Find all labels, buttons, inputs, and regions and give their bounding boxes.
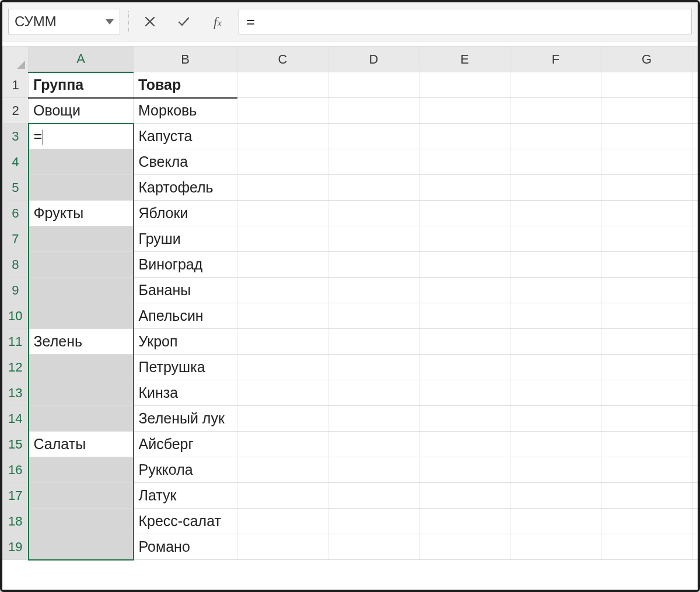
enter-button[interactable] xyxy=(171,9,197,34)
cell-H9[interactable] xyxy=(692,278,698,303)
cell-B13[interactable]: Кинза xyxy=(134,380,237,406)
cell-H7[interactable] xyxy=(692,226,698,252)
column-header-C[interactable]: C xyxy=(237,47,328,72)
cell-H12[interactable] xyxy=(692,355,698,380)
column-header-G[interactable]: G xyxy=(601,47,692,72)
cell-F8[interactable] xyxy=(510,252,601,278)
cell-E3[interactable] xyxy=(419,124,510,149)
cell-E5[interactable] xyxy=(419,175,510,201)
cell-E2[interactable] xyxy=(419,98,510,124)
cell-C1[interactable] xyxy=(237,72,328,98)
spreadsheet-grid[interactable]: A B C D E F G H 1ГруппаТовар2ОвощиМорков… xyxy=(2,46,698,561)
cell-G15[interactable] xyxy=(601,432,692,457)
cell-G18[interactable] xyxy=(601,509,692,534)
cell-D6[interactable] xyxy=(328,201,419,226)
cell-D12[interactable] xyxy=(328,355,419,380)
row-header-16[interactable]: 16 xyxy=(3,457,29,483)
cell-H6[interactable] xyxy=(692,201,698,226)
cell-B10[interactable]: Апельсин xyxy=(134,303,237,329)
row-header-15[interactable]: 15 xyxy=(3,432,29,457)
column-header-B[interactable]: B xyxy=(134,47,237,72)
row-header-11[interactable]: 11 xyxy=(3,329,29,355)
cell-G7[interactable] xyxy=(601,226,692,252)
cell-C9[interactable] xyxy=(237,278,328,303)
cell-C5[interactable] xyxy=(237,175,328,201)
cell-C14[interactable] xyxy=(237,406,328,432)
cell-H3[interactable] xyxy=(692,124,698,149)
cell-E19[interactable] xyxy=(419,534,510,560)
cell-C19[interactable] xyxy=(237,534,328,560)
cell-G8[interactable] xyxy=(601,252,692,278)
row-header-5[interactable]: 5 xyxy=(3,175,29,201)
cell-B18[interactable]: Кресс-салат xyxy=(134,509,237,534)
cell-B2[interactable]: Морковь xyxy=(134,98,237,124)
cell-H13[interactable] xyxy=(692,380,698,406)
cell-F1[interactable] xyxy=(510,72,601,98)
row-header-3[interactable]: 3 xyxy=(3,124,29,149)
cell-D7[interactable] xyxy=(328,226,419,252)
cell-C7[interactable] xyxy=(237,226,328,252)
cell-E11[interactable] xyxy=(419,329,510,355)
cell-E8[interactable] xyxy=(419,252,510,278)
cell-G11[interactable] xyxy=(601,329,692,355)
cell-D13[interactable] xyxy=(328,380,419,406)
cell-D11[interactable] xyxy=(328,329,419,355)
cell-G13[interactable] xyxy=(601,380,692,406)
cell-H15[interactable] xyxy=(692,432,698,457)
cell-G10[interactable] xyxy=(601,303,692,329)
cell-B9[interactable]: Бананы xyxy=(134,278,237,303)
cell-H16[interactable] xyxy=(692,457,698,483)
cell-F7[interactable] xyxy=(510,226,601,252)
cell-F3[interactable] xyxy=(510,124,601,149)
cell-E9[interactable] xyxy=(419,278,510,303)
cell-A1[interactable]: Группа xyxy=(29,72,134,98)
cell-F17[interactable] xyxy=(510,483,601,509)
column-header-D[interactable]: D xyxy=(328,47,419,72)
cell-H17[interactable] xyxy=(692,483,698,509)
cell-H10[interactable] xyxy=(692,303,698,329)
cell-D2[interactable] xyxy=(328,98,419,124)
cell-C12[interactable] xyxy=(237,355,328,380)
cell-H5[interactable] xyxy=(692,175,698,201)
cell-A15[interactable]: Салаты xyxy=(29,432,134,457)
cell-A14[interactable] xyxy=(29,406,134,432)
cell-C6[interactable] xyxy=(237,201,328,226)
cell-C8[interactable] xyxy=(237,252,328,278)
row-header-8[interactable]: 8 xyxy=(3,252,29,278)
cell-F4[interactable] xyxy=(510,149,601,175)
chevron-down-icon[interactable] xyxy=(106,19,114,24)
cell-C13[interactable] xyxy=(237,380,328,406)
column-header-E[interactable]: E xyxy=(419,47,510,72)
cell-F6[interactable] xyxy=(510,201,601,226)
cell-G12[interactable] xyxy=(601,355,692,380)
cell-A11[interactable]: Зелень xyxy=(29,329,134,355)
cell-G3[interactable] xyxy=(601,124,692,149)
cell-H18[interactable] xyxy=(692,509,698,534)
cell-F12[interactable] xyxy=(510,355,601,380)
cell-E15[interactable] xyxy=(419,432,510,457)
cell-D4[interactable] xyxy=(328,149,419,175)
cell-E12[interactable] xyxy=(419,355,510,380)
cell-H1[interactable] xyxy=(692,72,698,98)
cell-F14[interactable] xyxy=(510,406,601,432)
cell-B1[interactable]: Товар xyxy=(134,72,237,98)
cell-E14[interactable] xyxy=(419,406,510,432)
cell-B16[interactable]: Руккола xyxy=(134,457,237,483)
cell-A7[interactable] xyxy=(29,226,134,252)
cell-A5[interactable] xyxy=(29,175,134,201)
row-header-1[interactable]: 1 xyxy=(3,72,29,98)
cell-G19[interactable] xyxy=(601,534,692,560)
cell-G2[interactable] xyxy=(601,98,692,124)
cell-F15[interactable] xyxy=(510,432,601,457)
row-header-18[interactable]: 18 xyxy=(3,509,29,534)
cell-H2[interactable] xyxy=(692,98,698,124)
cell-D15[interactable] xyxy=(328,432,419,457)
cell-B7[interactable]: Груши xyxy=(134,226,237,252)
cell-A2[interactable]: Овощи xyxy=(29,98,134,124)
cell-D8[interactable] xyxy=(328,252,419,278)
row-header-7[interactable]: 7 xyxy=(3,226,29,252)
cell-A12[interactable] xyxy=(29,355,134,380)
cell-B14[interactable]: Зеленый лук xyxy=(134,406,237,432)
cell-A18[interactable] xyxy=(29,509,134,534)
cell-B5[interactable]: Картофель xyxy=(134,175,237,201)
